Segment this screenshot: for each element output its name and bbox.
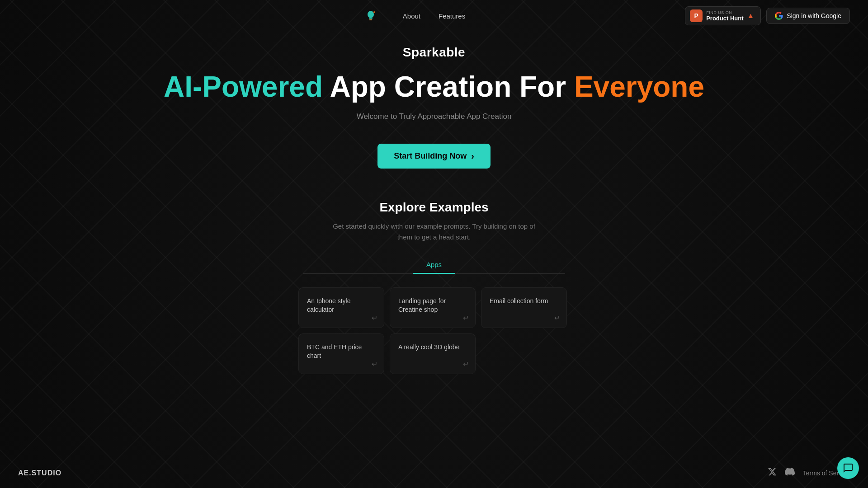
product-hunt-arrow: ▲ — [747, 12, 755, 20]
card-3d-globe[interactable]: A really cool 3D globe ↵ — [390, 333, 476, 374]
hero-subtitle: Welcome to Truly Approachable App Creati… — [357, 112, 512, 121]
card-enter-icon: ↵ — [554, 314, 560, 322]
cta-arrow-icon: › — [471, 151, 474, 161]
card-enter-icon: ↵ — [372, 314, 377, 322]
card-iphone-calculator-text: An Iphone style calculator — [307, 297, 376, 314]
navigation: About Features P FIND US ON Product Hunt… — [0, 0, 868, 32]
card-email-form[interactable]: Email collection form ↵ — [481, 287, 567, 328]
footer: AE.STUDIO Terms of Service — [0, 458, 868, 488]
svg-rect-2 — [369, 18, 373, 19]
hero-app-creation: App Creation For — [323, 70, 574, 103]
nav-links: About Features — [394, 9, 474, 23]
product-hunt-button[interactable]: P FIND US ON Product Hunt ▲ — [685, 6, 761, 25]
twitter-icon[interactable] — [768, 467, 777, 479]
card-btc-chart[interactable]: BTC and ETH price chart ↵ — [298, 333, 384, 374]
cta-label: Start Building Now — [394, 151, 467, 161]
google-signin-label: Sign in with Google — [787, 12, 841, 19]
site-title: Sparkable — [403, 45, 465, 60]
card-btc-chart-text: BTC and ETH price chart — [307, 343, 376, 361]
chat-icon — [843, 463, 854, 474]
google-signin-button[interactable]: Sign in with Google — [766, 8, 850, 24]
card-enter-icon: ↵ — [372, 360, 377, 368]
card-email-form-text: Email collection form — [490, 297, 558, 306]
card-iphone-calculator[interactable]: An Iphone style calculator ↵ — [298, 287, 384, 328]
card-enter-icon: ↵ — [463, 314, 469, 322]
card-landing-page-text: Landing page for Creatine shop — [398, 297, 467, 314]
nav-logo — [363, 8, 379, 24]
examples-cards-grid: An Iphone style calculator ↵ Landing pag… — [298, 287, 570, 374]
examples-tabs: Apps — [303, 256, 565, 274]
product-hunt-text: FIND US ON Product Hunt — [706, 10, 743, 22]
product-hunt-name: Product Hunt — [706, 15, 743, 22]
nav-actions: P FIND US ON Product Hunt ▲ Sign in with… — [685, 6, 850, 25]
nav-features[interactable]: Features — [429, 9, 474, 23]
examples-subtitle: Get started quickly with our example pro… — [333, 221, 535, 243]
logo-icon — [363, 8, 379, 24]
svg-point-1 — [368, 11, 374, 18]
card-enter-icon: ↵ — [463, 360, 469, 368]
card-3d-globe-text: A really cool 3D globe — [398, 343, 467, 352]
product-hunt-find-us: FIND US ON — [706, 10, 732, 15]
google-icon — [775, 12, 783, 20]
footer-brand: AE.STUDIO — [18, 469, 61, 477]
tab-apps[interactable]: Apps — [413, 256, 455, 274]
card-landing-page[interactable]: Landing page for Creatine shop ↵ — [390, 287, 476, 328]
discord-icon[interactable] — [785, 467, 795, 479]
start-building-button[interactable]: Start Building Now › — [377, 144, 491, 169]
chat-bubble[interactable] — [837, 457, 859, 479]
svg-point-4 — [373, 11, 375, 13]
svg-rect-3 — [369, 19, 372, 20]
main-content: Sparkable AI-Powered App Creation For Ev… — [0, 32, 868, 374]
examples-section: Explore Examples Get started quickly wit… — [0, 200, 868, 374]
nav-about[interactable]: About — [394, 9, 429, 23]
hero-ai-powered: AI-Powered — [164, 70, 323, 103]
hero-heading: AI-Powered App Creation For Everyone — [164, 70, 704, 104]
examples-title: Explore Examples — [379, 200, 488, 215]
product-hunt-logo: P — [690, 9, 703, 22]
hero-everyone: Everyone — [574, 70, 704, 103]
